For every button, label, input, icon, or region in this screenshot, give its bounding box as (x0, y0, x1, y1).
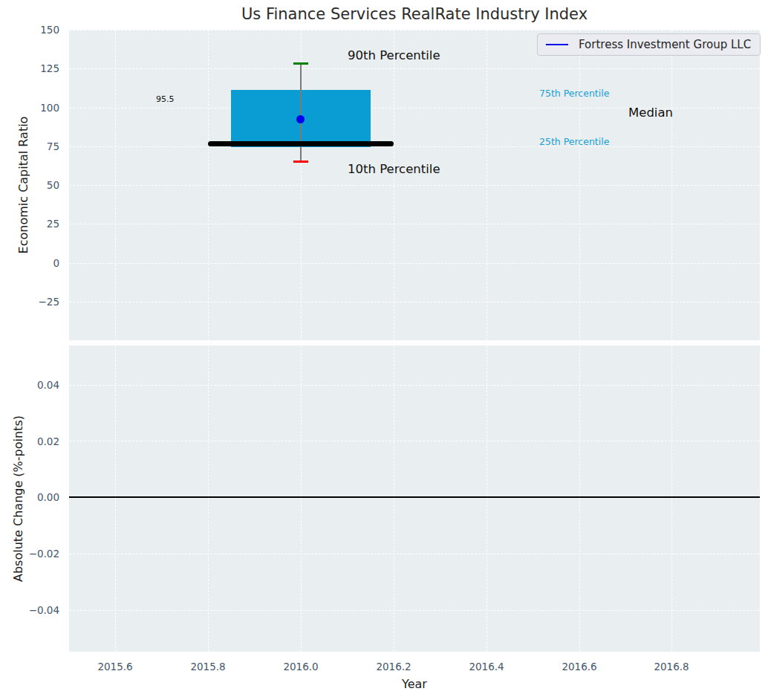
legend-label: Fortress Investment Group LLC (579, 38, 751, 51)
ytick-top: 0 (13, 256, 59, 270)
gridline (69, 68, 760, 69)
gridline (69, 554, 760, 554)
x-axis-label: Year (402, 677, 427, 691)
gridline (69, 302, 760, 302)
gridline (69, 185, 760, 186)
gridline (69, 610, 760, 611)
xtick: 2016.8 (645, 661, 697, 673)
xtick: 2016.6 (553, 661, 605, 673)
gridline (208, 346, 209, 652)
y-axis-label-bottom: Absolute Change (%-points) (11, 415, 25, 582)
xtick: 2015.8 (182, 661, 234, 673)
y-axis-label-top: Economic Capital Ratio (16, 117, 30, 254)
xtick: 2016.2 (368, 661, 420, 673)
gridline (69, 224, 760, 224)
legend-line-swatch (546, 44, 568, 46)
axes-economic-capital-ratio: 90th Percentile 10th Percentile 75th Per… (69, 30, 760, 340)
gridline (394, 346, 394, 652)
ytick-bottom: 0.04 (13, 378, 59, 392)
gridline (301, 346, 302, 652)
gridline (69, 146, 760, 147)
whisker-line (300, 64, 302, 162)
p90-cap (293, 62, 308, 65)
label-90th-percentile: 90th Percentile (348, 48, 440, 62)
ytick-top: −25 (13, 295, 59, 308)
label-10th-percentile: 10th Percentile (348, 162, 440, 176)
gridline (69, 263, 760, 264)
p10-cap (293, 161, 308, 163)
gridline (69, 385, 760, 386)
gridline (671, 346, 672, 652)
xtick: 2015.6 (89, 661, 141, 673)
xtick: 2016.0 (275, 661, 327, 673)
median-line (208, 141, 394, 146)
xtick: 2016.4 (461, 661, 512, 673)
median-value-label: 95.5 (156, 94, 175, 104)
figure: Us Finance Services RealRate Industry In… (0, 0, 768, 700)
axes-absolute-change (69, 346, 760, 652)
gridline (486, 346, 487, 652)
gridline (69, 441, 760, 441)
label-75th-percentile: 75th Percentile (539, 88, 609, 99)
gridline (69, 30, 760, 30)
company-marker-dot (296, 115, 305, 123)
gridline (115, 346, 116, 652)
ytick-top: 100 (13, 101, 59, 114)
label-25th-percentile: 25th Percentile (539, 136, 609, 147)
ytick-top: 125 (13, 62, 59, 75)
zero-line (69, 496, 760, 498)
legend: Fortress Investment Group LLC (537, 33, 761, 56)
chart-title: Us Finance Services RealRate Industry In… (241, 5, 588, 23)
gridline (579, 346, 580, 652)
ytick-bottom: −0.04 (13, 603, 59, 617)
label-median: Median (628, 106, 673, 120)
ytick-top: 150 (13, 23, 59, 36)
